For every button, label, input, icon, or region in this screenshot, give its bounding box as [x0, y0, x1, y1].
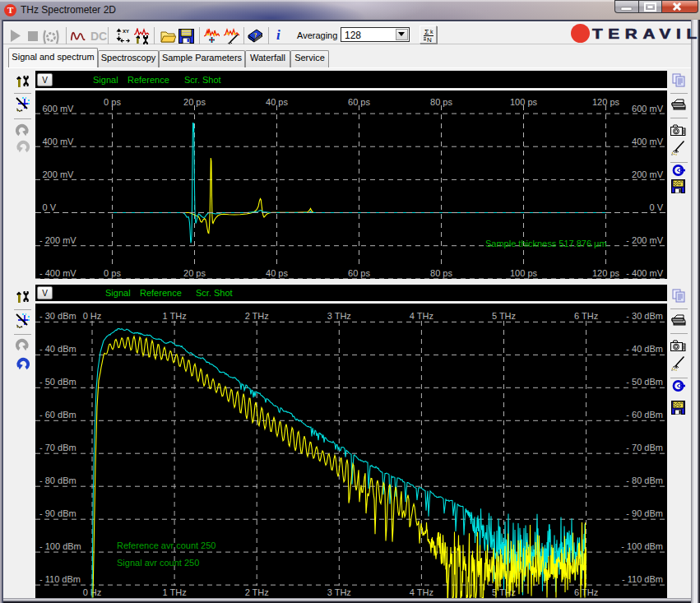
svg-text:3 THz: 3 THz	[327, 587, 351, 597]
svg-text:- 30 dBm: - 30 dBm	[39, 311, 76, 321]
svg-text:0 V: 0 V	[43, 202, 57, 212]
svg-text:k: k	[430, 29, 433, 35]
svg-text:- 80 dBm: - 80 dBm	[626, 475, 663, 485]
svg-text:- 70 dBm: - 70 dBm	[39, 443, 76, 452]
svg-text:- 90 dBm: - 90 dBm	[626, 508, 663, 518]
svg-text:40 ps: 40 ps	[266, 268, 288, 278]
svg-text:600 mV: 600 mV	[632, 104, 664, 114]
svg-text:80 ps: 80 ps	[430, 97, 452, 107]
svg-text:- 100 dBm: - 100 dBm	[39, 541, 81, 551]
svg-text:60 ps: 60 ps	[348, 97, 370, 107]
svg-text:- 70 dBm: - 70 dBm	[626, 443, 663, 452]
svg-text:6 THz: 6 THz	[574, 311, 598, 321]
svg-text:- 50 dBm: - 50 dBm	[39, 377, 76, 387]
svg-text:400 mV: 400 mV	[43, 137, 75, 146]
svg-text:- 50 dBm: - 50 dBm	[626, 377, 663, 387]
svg-text:120 ps: 120 ps	[592, 268, 620, 278]
svg-text:4 THz: 4 THz	[410, 311, 433, 321]
svg-text:- 30 dBm: - 30 dBm	[626, 311, 663, 321]
svg-text:20 ps: 20 ps	[183, 97, 206, 107]
svg-text:0 ps: 0 ps	[104, 97, 121, 107]
svg-text:- 200 mV: - 200 mV	[626, 235, 663, 245]
svg-text:4 THz: 4 THz	[410, 587, 433, 597]
svg-text:Signal avr count 250: Signal avr count 250	[117, 558, 199, 568]
svg-text:0 Hz: 0 Hz	[83, 311, 102, 321]
svg-text:- 90 dBm: - 90 dBm	[39, 508, 76, 518]
svg-text:- 80 dBm: - 80 dBm	[39, 475, 76, 485]
svg-text:- 400 mV: - 400 mV	[626, 268, 663, 278]
svg-text:- 110 dBm: - 110 dBm	[622, 574, 663, 584]
svg-text:5 THz: 5 THz	[492, 311, 516, 321]
svg-text:60 ps: 60 ps	[348, 268, 370, 278]
svg-text:N: N	[427, 36, 432, 44]
svg-text:1 THz: 1 THz	[163, 587, 187, 597]
svg-text:- 60 dBm: - 60 dBm	[626, 410, 663, 420]
svg-text:2 THz: 2 THz	[245, 587, 269, 597]
svg-text:XY: XY	[123, 29, 129, 34]
svg-text:100 ps: 100 ps	[510, 268, 538, 278]
svg-text:40 ps: 40 ps	[266, 97, 288, 107]
svg-text:- 60 dBm: - 60 dBm	[39, 410, 76, 420]
svg-text:200 mV: 200 mV	[43, 169, 75, 179]
svg-text:20 ps: 20 ps	[183, 268, 206, 278]
svg-text:Σ: Σ	[424, 28, 429, 36]
svg-text:Reference avr count 250: Reference avr count 250	[117, 540, 216, 550]
svg-text:- 200 mV: - 200 mV	[39, 235, 76, 245]
svg-text:- 40 dBm: - 40 dBm	[39, 344, 76, 354]
svg-text:120 ps: 120 ps	[592, 97, 620, 107]
svg-text:2 THz: 2 THz	[245, 311, 269, 321]
svg-text:200 mV: 200 mV	[632, 169, 664, 179]
svg-text:- 40 dBm: - 40 dBm	[626, 344, 663, 354]
svg-text:- 110 dBm: - 110 dBm	[39, 574, 81, 584]
svg-text:6 THz: 6 THz	[574, 587, 598, 597]
svg-text:0 V: 0 V	[649, 202, 663, 212]
svg-text:80 ps: 80 ps	[430, 268, 452, 278]
svg-text:600 mV: 600 mV	[43, 104, 75, 114]
svg-text:100 ps: 100 ps	[510, 97, 538, 107]
svg-text:Sample thickness 517.876 μm: Sample thickness 517.876 μm	[485, 239, 607, 248]
svg-text:1 THz: 1 THz	[163, 311, 187, 321]
svg-text:0 ps: 0 ps	[104, 268, 121, 278]
svg-text:- 400 mV: - 400 mV	[39, 268, 76, 278]
svg-text:400 mV: 400 mV	[632, 137, 664, 146]
svg-text:- 100 dBm: - 100 dBm	[621, 541, 663, 551]
svg-text:3 THz: 3 THz	[327, 311, 351, 321]
